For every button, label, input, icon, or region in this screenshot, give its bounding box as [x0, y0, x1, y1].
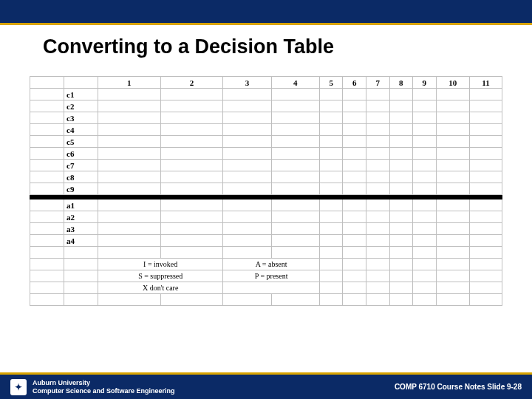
row-label: c2 [64, 100, 98, 112]
legend-row: S = suppressed P = present [30, 270, 502, 282]
legend-text: I = invoked [98, 259, 223, 270]
legend-text: S = suppressed [98, 270, 223, 282]
column-header-row: 1 2 3 4 5 6 7 8 9 10 11 [30, 77, 502, 89]
table-row: a3 [30, 223, 502, 235]
col-4: 4 [271, 77, 319, 89]
col-9: 9 [413, 77, 437, 89]
table-row: a4 [30, 235, 502, 247]
row-label: a2 [64, 211, 98, 223]
col-5: 5 [319, 77, 343, 89]
row-label: c7 [64, 160, 98, 171]
table-row: c8 [30, 171, 502, 183]
row-label: a4 [64, 235, 98, 247]
legend-text: X don't care [98, 282, 223, 294]
legend-text: A = absent [223, 259, 320, 270]
footer-dept: Computer Science and Software Engineerin… [33, 387, 175, 395]
footer-right: COMP 6710 Course Notes Slide 9-28 [395, 383, 522, 391]
table-row: c9 [30, 183, 502, 195]
table-row: c3 [30, 112, 502, 124]
col-10: 10 [436, 77, 469, 89]
row-label: a1 [64, 200, 98, 211]
col-6: 6 [343, 77, 366, 89]
header-bar [0, 0, 532, 25]
row-label: c5 [64, 136, 98, 148]
decision-table-wrap: 1 2 3 4 5 6 7 8 9 10 11 c1 c2 c3 c4 c5 c… [30, 76, 502, 306]
footer-bar: ✦ Auburn University Computer Science and… [0, 372, 532, 399]
footer-uni: Auburn University [33, 379, 175, 386]
row-label: c8 [64, 171, 98, 183]
row-label: c6 [64, 148, 98, 160]
table-row: c2 [30, 100, 502, 112]
table-row: c7 [30, 160, 502, 171]
table-row: c1 [30, 89, 502, 100]
legend-row: X don't care [30, 282, 502, 294]
table-row: c6 [30, 148, 502, 160]
decision-table: 1 2 3 4 5 6 7 8 9 10 11 c1 c2 c3 c4 c5 c… [30, 76, 502, 306]
row-label: c3 [64, 112, 98, 124]
col-1: 1 [98, 77, 161, 89]
table-row: c5 [30, 136, 502, 148]
col-2: 2 [160, 77, 223, 89]
row-label: c9 [64, 183, 98, 195]
row-label: c1 [64, 89, 98, 100]
table-row: c4 [30, 124, 502, 136]
row-label: c4 [64, 124, 98, 136]
col-3: 3 [223, 77, 271, 89]
legend-text: P = present [223, 270, 320, 282]
footer-text: Auburn University Computer Science and S… [33, 379, 175, 395]
footer-left: ✦ Auburn University Computer Science and… [10, 379, 175, 395]
col-8: 8 [389, 77, 413, 89]
slide-title: Converting to a Decision Table [43, 35, 532, 58]
spacer-row [30, 294, 502, 306]
university-logo-icon: ✦ [10, 379, 27, 395]
col-7: 7 [366, 77, 389, 89]
table-row: a2 [30, 211, 502, 223]
legend-row: I = invoked A = absent [30, 259, 502, 270]
row-label: a3 [64, 223, 98, 235]
spacer-row [30, 247, 502, 259]
table-row: a1 [30, 200, 502, 211]
col-11: 11 [470, 77, 502, 89]
